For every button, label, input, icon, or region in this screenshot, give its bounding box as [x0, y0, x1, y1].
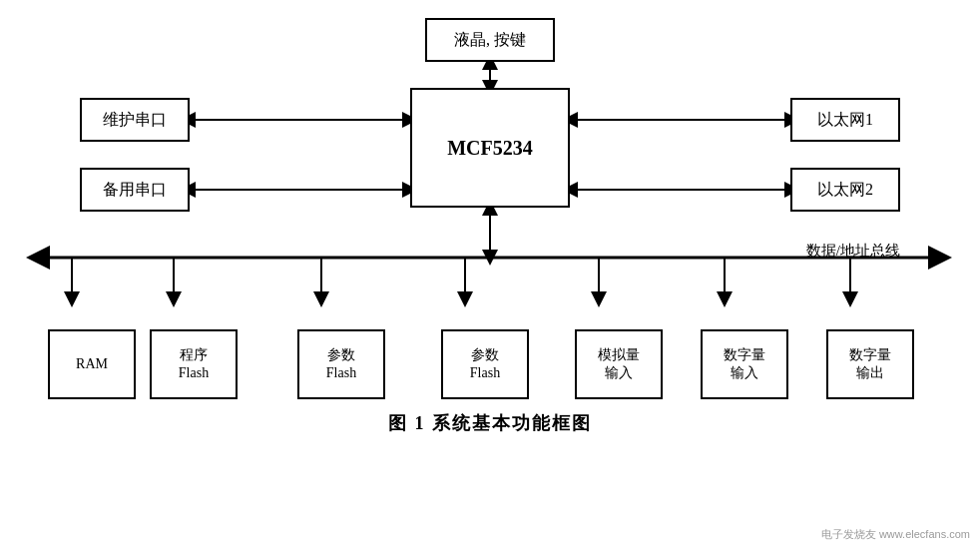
dig-out-box: 数字量输出	[826, 329, 914, 399]
eth2-label: 以太网2	[817, 180, 873, 201]
prog-flash-label: 程序Flash	[179, 346, 209, 382]
lcd-box: 液晶, 按键	[425, 18, 555, 62]
bus-section: 数据/地址总线	[20, 242, 960, 272]
beiyon-box: 备用串口	[80, 168, 190, 212]
watermark: 电子发烧友 www.elecfans.com	[821, 527, 970, 542]
eth2-box: 以太网2	[790, 168, 900, 212]
dig-in-box: 数字量输入	[701, 329, 788, 399]
caption: 图 1 系统基本功能框图	[388, 411, 592, 435]
beiyon-label: 备用串口	[103, 180, 167, 201]
ram-box: RAM	[48, 329, 136, 399]
prog-flash-box: 程序Flash	[150, 329, 238, 399]
ram-label: RAM	[76, 355, 108, 373]
dig-out-label: 数字量输出	[849, 346, 891, 382]
eth1-box: 以太网1	[790, 98, 900, 142]
mcf-box: MCF5234	[410, 88, 570, 208]
mcf-label: MCF5234	[447, 135, 533, 161]
lcd-label: 液晶, 按键	[454, 30, 526, 51]
param-flash2-label: 参数Flash	[470, 346, 500, 382]
weihu-box: 维护串口	[80, 98, 190, 142]
param-flash1-label: 参数Flash	[326, 346, 356, 382]
diagram-container: 液晶, 按键 MCF5234 维护串口 备用串口 以太网1 以太网2 数据/地址…	[0, 0, 980, 548]
weihu-label: 维护串口	[103, 110, 167, 131]
param-flash2-box: 参数Flash	[441, 329, 529, 399]
bus-label: 数据/地址总线	[806, 242, 900, 261]
bottom-section: RAM 程序Flash 参数Flash 参数Flash 模拟量输入 数字量输入 …	[20, 299, 960, 399]
eth1-label: 以太网1	[817, 110, 873, 131]
param-flash1-box: 参数Flash	[297, 329, 385, 399]
top-section: 液晶, 按键 MCF5234 维护串口 备用串口 以太网1 以太网2	[20, 18, 960, 238]
analog-in-box: 模拟量输入	[575, 329, 663, 399]
analog-in-label: 模拟量输入	[598, 346, 640, 382]
dig-in-label: 数字量输入	[724, 346, 765, 382]
